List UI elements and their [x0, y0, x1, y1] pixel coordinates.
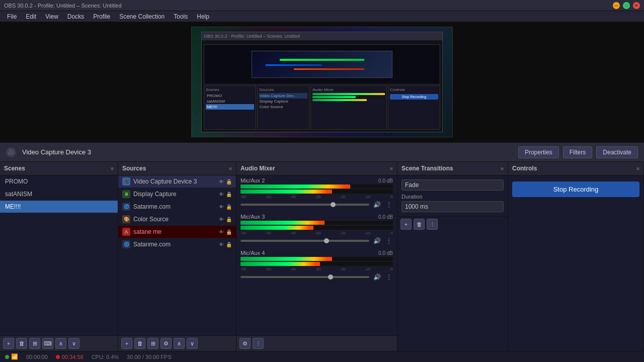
audio-meter-4b: [240, 262, 393, 266]
audio-channel-header-2: Mic/Aux 2 0.0 dB: [240, 177, 393, 184]
menu-help[interactable]: Help: [193, 12, 213, 21]
audio-channel-name-4: Mic/Aux 4: [240, 250, 265, 256]
audio-meter-3a: [240, 221, 393, 225]
scene-up-button[interactable]: ∧: [55, 338, 66, 349]
audio-meter-fill-2a: [240, 185, 350, 189]
preview-content: OBS 30.0.2 - Profile: Untitled – Scenes:…: [192, 27, 452, 137]
source-up-button[interactable]: ∧: [174, 338, 185, 349]
nested-preview: [204, 44, 440, 84]
source-name-satane-me: satane me: [133, 228, 216, 235]
filters-button[interactable]: Filters: [563, 146, 593, 158]
volume-thumb-2[interactable]: [331, 202, 336, 207]
minimize-button[interactable]: ─: [613, 2, 620, 9]
menu-profile[interactable]: Profile: [89, 12, 114, 21]
time-display: 00:00:00: [26, 354, 48, 360]
scene-filter-button[interactable]: ⊞: [29, 338, 40, 349]
audio-channel-db-2: 0.0 dB: [378, 178, 393, 184]
source-visibility-satanme2-icon[interactable]: 👁: [219, 242, 224, 247]
source-lock-icon[interactable]: 🔒: [226, 179, 232, 185]
menu-scene-collection[interactable]: Scene Collection: [115, 12, 169, 21]
menu-docks[interactable]: Docks: [63, 12, 88, 21]
sources-title: Sources: [122, 165, 146, 172]
source-item-video-capture[interactable]: 🎥 Video Capture Device 3 👁 🔒: [118, 175, 236, 188]
add-source-button[interactable]: +: [121, 338, 132, 349]
nested-titlebar: OBS 30.0.2 - Profile: Untitled – Scenes:…: [202, 32, 442, 40]
nested-scenes-mini: Scenes PROMO satANISM ME!!!!: [204, 85, 256, 130]
volume-thumb-4[interactable]: [328, 275, 333, 280]
scene-item-promo[interactable]: PROMO: [0, 175, 118, 188]
source-visibility-satanme-icon[interactable]: 👁: [219, 204, 224, 210]
source-controls-satanme2: 👁 🔒: [219, 242, 232, 247]
audio-mixer-menu-icon[interactable]: ≡: [390, 166, 393, 171]
scenes-panel-header: Scenes ≡: [0, 162, 118, 175]
source-item-color-source[interactable]: 🎨 Color Source 👁 🔒: [118, 213, 236, 226]
mute-button-3[interactable]: 🔊: [372, 236, 382, 245]
scenes-panel: Scenes ≡ PROMO satANISM ME!!!! + 🗑 ⊞ ⌨ ∧…: [0, 162, 118, 351]
sources-panel-header: Sources ≡: [118, 162, 236, 175]
source-lock-display-icon[interactable]: 🔒: [226, 192, 232, 197]
maximize-button[interactable]: □: [623, 2, 630, 9]
transition-type-select[interactable]: Fade Cut Slide: [401, 179, 504, 191]
channel-menu-2[interactable]: ⋮: [385, 200, 393, 209]
source-lock-satane-icon[interactable]: 🔒: [226, 229, 232, 235]
source-item-satane-me[interactable]: ⚠ satane me 👁 🔒: [118, 226, 236, 238]
scene-item-satanism[interactable]: satANISM: [0, 188, 118, 201]
transition-menu-button[interactable]: ⋮: [427, 219, 438, 230]
volume-slider-3[interactable]: [240, 240, 369, 242]
volume-slider-2[interactable]: [240, 204, 369, 206]
deactivate-button[interactable]: Deactivate: [596, 146, 638, 158]
source-item-display-capture[interactable]: 🖥 Display Capture 👁 🔒: [118, 188, 236, 201]
source-lock-color-icon[interactable]: 🔒: [226, 217, 232, 222]
mute-button-4[interactable]: 🔊: [372, 273, 382, 282]
controls-menu-icon[interactable]: ≡: [636, 166, 639, 171]
source-props-button[interactable]: ⊞: [147, 338, 158, 349]
menu-view[interactable]: View: [41, 12, 62, 21]
source-name-display-capture: Display Capture: [133, 191, 216, 198]
remove-source-button[interactable]: 🗑: [134, 338, 145, 349]
scene-transitions-menu-icon[interactable]: ≡: [501, 166, 504, 171]
mini-meter-2: [312, 96, 356, 98]
scenes-panel-menu-icon[interactable]: ≡: [111, 166, 114, 171]
volume-thumb-3[interactable]: [324, 238, 329, 243]
add-scene-button[interactable]: +: [3, 338, 14, 349]
source-lock-satanme2-icon[interactable]: 🔒: [226, 242, 232, 247]
green-line-1: [280, 59, 364, 61]
scene-settings-button[interactable]: ⌨: [42, 338, 53, 349]
scene-item-me[interactable]: ME!!!!: [0, 201, 118, 213]
source-item-satanme2[interactable]: 🌐 Satanme.com 👁 🔒: [118, 238, 236, 251]
audio-channel-header-3: Mic/Aux 3 0.0 dB: [240, 214, 393, 220]
duration-input[interactable]: [401, 201, 504, 212]
menu-tools[interactable]: Tools: [170, 12, 192, 21]
menu-file[interactable]: File: [3, 12, 21, 21]
close-button[interactable]: ✕: [633, 2, 640, 9]
volume-slider-4[interactable]: [240, 276, 369, 278]
fps-display: 30.00 / 30.00 FPS: [127, 354, 172, 360]
source-name-video-capture: Video Capture Device 3: [133, 178, 216, 185]
add-transition-button[interactable]: +: [400, 219, 412, 230]
audio-channel-mic-aux3: Mic/Aux 3 0.0 dB -60-50-40-30-20-10-5 🔊: [236, 212, 397, 248]
stop-recording-button[interactable]: Stop Recording: [512, 182, 639, 197]
scene-down-button[interactable]: ∨: [68, 338, 79, 349]
remove-transition-button[interactable]: 🗑: [414, 219, 425, 230]
source-visibility-display-icon[interactable]: 👁: [219, 192, 224, 197]
source-down-button[interactable]: ∨: [187, 338, 198, 349]
remove-scene-button[interactable]: 🗑: [16, 338, 27, 349]
source-visibility-satane-icon[interactable]: 👁: [219, 229, 224, 235]
mute-button-2[interactable]: 🔊: [372, 200, 382, 209]
channel-menu-3[interactable]: ⋮: [385, 236, 393, 245]
source-visibility-color-icon[interactable]: 👁: [219, 217, 224, 222]
channel-menu-4[interactable]: ⋮: [385, 273, 393, 282]
properties-button[interactable]: Properties: [518, 146, 559, 158]
menu-bar: File Edit View Docks Profile Scene Colle…: [0, 11, 644, 22]
controls-panel: Controls ≡ Stop Recording: [508, 162, 644, 351]
audio-settings-button[interactable]: ⚙: [239, 338, 251, 349]
source-visibility-eye-icon[interactable]: 👁: [219, 179, 224, 185]
source-lock-satanme-icon[interactable]: 🔒: [226, 204, 232, 210]
menu-edit[interactable]: Edit: [22, 12, 40, 21]
source-type-icon-display: 🖥: [122, 190, 130, 198]
source-type-icon-video: 🎥: [122, 177, 130, 186]
audio-menu-button[interactable]: ⋮: [253, 338, 264, 349]
source-item-satanme[interactable]: 🌐 Satanme.com 👁 🔒: [118, 201, 236, 213]
sources-panel-menu-icon[interactable]: ≡: [229, 166, 232, 171]
source-config-button[interactable]: ⚙: [160, 338, 172, 349]
